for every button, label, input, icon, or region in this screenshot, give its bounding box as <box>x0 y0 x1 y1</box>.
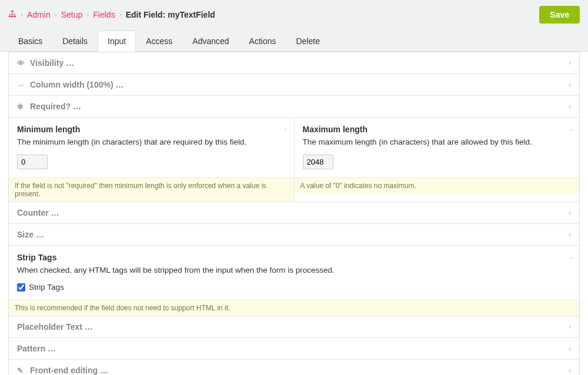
section-placeholder[interactable]: Placeholder Text … › <box>9 316 579 337</box>
chevron-right-icon: › <box>569 102 571 111</box>
min-length-title: Minimum length <box>17 125 286 134</box>
sitemap-icon <box>8 10 16 18</box>
min-length-desc: The minimum length (in characters) that … <box>17 138 286 146</box>
section-label: Size … <box>17 230 44 239</box>
chevron-right-icon: › <box>569 230 571 239</box>
chevron-right-icon: › <box>119 11 122 19</box>
collapse-icon[interactable]: ⌄ <box>568 253 573 260</box>
section-pattern[interactable]: Pattern … › <box>9 338 579 359</box>
chevron-right-icon: › <box>569 366 571 374</box>
section-label: Front-end editing … <box>30 366 108 375</box>
section-strip-tags: Strip Tags When checked, any HTML tags w… <box>9 246 579 316</box>
section-label: Pattern … <box>17 344 56 353</box>
strip-tags-checkbox[interactable] <box>17 283 25 292</box>
strip-tags-checkbox-label: Strip Tags <box>29 283 64 292</box>
section-label: Column width (100%) … <box>30 80 123 89</box>
section-label: Visibility … <box>30 58 74 68</box>
breadcrumb-admin[interactable]: Admin <box>27 10 51 19</box>
chevron-right-icon: › <box>569 323 571 331</box>
tab-input[interactable]: Input <box>98 31 136 52</box>
page-header: › Admin › Setup › Fields › Edit Field: m… <box>0 0 588 52</box>
breadcrumb-fields[interactable]: Fields <box>93 10 115 19</box>
breadcrumb-setup[interactable]: Setup <box>61 10 83 19</box>
asterisk-icon: ✱ <box>17 102 25 111</box>
tab-bar: Basics Details Input Access Advanced Act… <box>8 31 580 51</box>
section-size[interactable]: Size … › <box>9 224 579 245</box>
max-length-title: Maximum length <box>303 125 572 134</box>
section-label: Required? … <box>30 102 81 111</box>
svg-rect-2 <box>11 15 14 17</box>
section-min-length: Minimum length The minimum length (in ch… <box>9 118 295 202</box>
section-visibility[interactable]: 👁 Visibility … › <box>9 52 579 73</box>
arrows-h-icon: ↔ <box>17 81 25 89</box>
chevron-right-icon: › <box>55 11 57 19</box>
section-front-end-editing[interactable]: ✎ Front-end editing … › <box>9 360 579 375</box>
min-length-input[interactable] <box>17 155 48 169</box>
max-length-input[interactable] <box>303 155 333 169</box>
strip-tags-title: Strip Tags <box>17 253 571 262</box>
min-length-hint: If the field is not "required" then mini… <box>9 178 294 202</box>
save-button[interactable]: Save <box>539 6 580 24</box>
chevron-right-icon: › <box>569 81 571 89</box>
section-column-width[interactable]: ↔ Column width (100%) … › <box>9 74 579 95</box>
svg-rect-1 <box>9 15 11 17</box>
chevron-right-icon: › <box>569 59 571 67</box>
section-required[interactable]: ✱ Required? … › <box>9 96 579 117</box>
strip-tags-hint: This is recommended if the field does no… <box>9 300 579 316</box>
tab-actions[interactable]: Actions <box>239 31 286 51</box>
max-length-hint: A value of "0" indicates no maximum. <box>295 178 580 193</box>
strip-tags-desc: When checked, any HTML tags will be stri… <box>17 266 571 274</box>
chevron-right-icon: › <box>569 344 571 353</box>
collapse-icon[interactable]: ⌄ <box>283 125 288 132</box>
section-label: Placeholder Text … <box>17 322 93 332</box>
tab-advanced[interactable]: Advanced <box>182 31 239 51</box>
svg-rect-3 <box>14 15 16 17</box>
edit-icon: ✎ <box>17 366 25 375</box>
section-label: Counter … <box>17 208 59 217</box>
svg-rect-0 <box>11 10 14 12</box>
section-counter[interactable]: Counter … › <box>9 202 579 223</box>
settings-panel: 👁 Visibility … › ↔ Column width (100%) …… <box>8 52 580 375</box>
section-max-length: Maximum length The maximum length (in ch… <box>295 118 580 202</box>
breadcrumb-home-icon[interactable] <box>8 10 16 20</box>
tab-basics[interactable]: Basics <box>8 31 52 51</box>
collapse-icon[interactable]: ⌄ <box>568 125 573 132</box>
breadcrumb: › Admin › Setup › Fields › Edit Field: m… <box>8 10 215 20</box>
tab-details[interactable]: Details <box>52 31 98 51</box>
breadcrumb-current: Edit Field: myTextField <box>126 10 215 19</box>
eye-icon: 👁 <box>17 59 25 68</box>
tab-access[interactable]: Access <box>136 31 182 51</box>
chevron-right-icon: › <box>21 11 23 19</box>
tab-delete[interactable]: Delete <box>286 31 330 51</box>
max-length-desc: The maximum length (in characters) that … <box>303 138 572 146</box>
chevron-right-icon: › <box>86 11 89 19</box>
chevron-right-icon: › <box>569 209 571 217</box>
